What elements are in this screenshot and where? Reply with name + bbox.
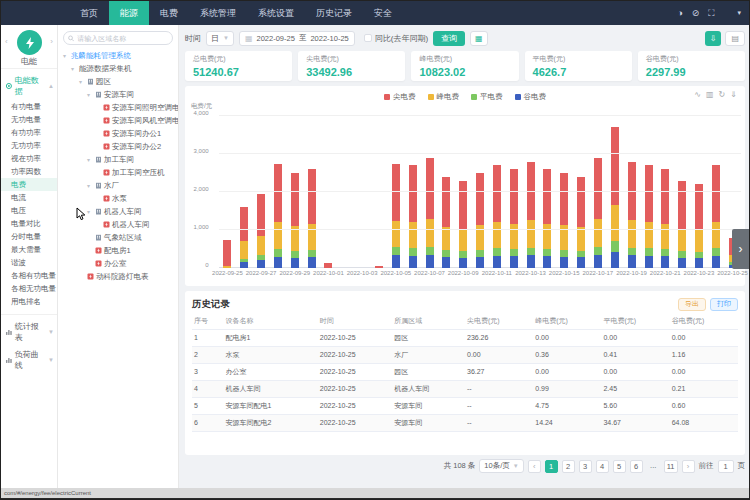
sidebar-item-8[interactable]: 电压 bbox=[1, 204, 57, 217]
region-search-input[interactable] bbox=[77, 35, 168, 42]
tree-node-10[interactable]: ▾水厂 bbox=[58, 179, 178, 192]
sidebar-item-15[interactable]: 用电排名 bbox=[1, 295, 57, 308]
sidebar-item-7[interactable]: 电流 bbox=[1, 191, 57, 204]
export-button[interactable]: 导出 bbox=[678, 298, 706, 311]
sidebar-item-4[interactable]: 视在功率 bbox=[1, 152, 57, 165]
bar-segment-谷电费 bbox=[442, 257, 450, 268]
legend-item-0[interactable]: 尖电费 bbox=[384, 92, 416, 102]
bar-segment-峰电费 bbox=[442, 227, 450, 250]
sidebar-item-5[interactable]: 功率因数 bbox=[1, 165, 57, 178]
compare-checkbox[interactable] bbox=[364, 34, 372, 42]
chart-legend: 尖电费峰电费平电费谷电费 bbox=[185, 92, 745, 102]
line-chart-icon[interactable]: ∿ bbox=[694, 90, 701, 99]
tree-node-0[interactable]: ▾兆麟能耗管理系统 bbox=[58, 49, 178, 62]
bar-segment-平电费 bbox=[510, 249, 518, 257]
page-button-4[interactable]: 4 bbox=[596, 460, 609, 473]
nav-tab-0[interactable]: 首页 bbox=[69, 1, 109, 25]
prev-page-button[interactable]: ‹ bbox=[528, 460, 541, 473]
bar-segment-平电费 bbox=[543, 249, 551, 257]
nav-tab-6[interactable]: 安全 bbox=[363, 1, 403, 25]
nav-tab-2[interactable]: 电费 bbox=[149, 1, 189, 25]
nav-tab-4[interactable]: 系统设置 bbox=[247, 1, 305, 25]
tree-node-7[interactable]: 安源车间办公2 bbox=[58, 140, 178, 153]
sidebar-item-0[interactable]: 有功电量 bbox=[1, 100, 57, 113]
stat-label: 谷电费(元) bbox=[646, 54, 737, 64]
tree-node-11[interactable]: 水泵 bbox=[58, 192, 178, 205]
sidebar-item-6[interactable]: 电费 bbox=[1, 178, 57, 191]
legend-item-3[interactable]: 谷电费 bbox=[515, 92, 547, 102]
sidebar-item-11[interactable]: 最大需量 bbox=[1, 243, 57, 256]
tree-node-8[interactable]: ▾加工车间 bbox=[58, 153, 178, 166]
query-button[interactable]: 查询 bbox=[433, 31, 465, 46]
nav-tab-5[interactable]: 历史记录 bbox=[305, 1, 363, 25]
sidebar-item-10[interactable]: 分时电量 bbox=[1, 230, 57, 243]
sidebar-footer-section-0[interactable]: 统计报表▼ bbox=[1, 318, 57, 346]
table-cell: 2022-10-25 bbox=[318, 363, 392, 380]
table-cell: 办公室 bbox=[223, 363, 317, 380]
page-button-1[interactable]: 1 bbox=[545, 460, 558, 473]
bar-segment-平电费 bbox=[712, 248, 720, 256]
bar-chart-icon[interactable]: ▥ bbox=[706, 90, 714, 99]
fullscreen-icon[interactable]: ⛶ bbox=[708, 8, 714, 19]
tree-node-17[interactable]: 动科院路灯电表 bbox=[58, 270, 178, 283]
next-panel-arrow[interactable]: › bbox=[732, 229, 749, 269]
tree-node-14[interactable]: 气象站区域 bbox=[58, 231, 178, 244]
table-cell: 1.16 bbox=[670, 346, 738, 363]
tree-node-13[interactable]: 机器人车间 bbox=[58, 218, 178, 231]
tree-node-3[interactable]: ▾安源车间 bbox=[58, 88, 178, 101]
tree-node-1[interactable]: ▾能源数据采集机 bbox=[58, 62, 178, 75]
page-size-select[interactable]: 10条/页 ▼ bbox=[479, 459, 523, 473]
theme-icon[interactable]: ◑ bbox=[677, 8, 682, 18]
sidebar-footer-section-1[interactable]: 负荷曲线▼ bbox=[1, 346, 57, 374]
date-range-picker[interactable]: ▦ 2022-09-25 至 2022-10-25 bbox=[239, 31, 355, 46]
chevron-right-icon[interactable]: › bbox=[50, 37, 53, 46]
tree-caret-icon: ▾ bbox=[87, 182, 93, 189]
refresh-icon[interactable]: ↻ bbox=[719, 90, 726, 99]
legend-item-2[interactable]: 平电费 bbox=[471, 92, 503, 102]
page-button-2[interactable]: 2 bbox=[562, 460, 575, 473]
sidebar-item-3[interactable]: 无功功率 bbox=[1, 139, 57, 152]
legend-item-1[interactable]: 峰电费 bbox=[428, 92, 460, 102]
compare-checkbox-group[interactable]: 同比(去年同期) bbox=[364, 33, 428, 44]
screenshot-icon[interactable]: ⊘ bbox=[692, 8, 700, 18]
nav-tab-1[interactable]: 能源 bbox=[109, 1, 149, 25]
bar-segment-尖电费 bbox=[240, 207, 248, 241]
download-icon[interactable]: ⇓ bbox=[730, 90, 737, 99]
bar-segment-谷电费 bbox=[527, 255, 535, 268]
sidebar-item-14[interactable]: 各相无功电量 bbox=[1, 282, 57, 295]
chevron-left-icon[interactable]: ‹ bbox=[5, 37, 8, 46]
tree-node-2[interactable]: ▾园区 bbox=[58, 75, 178, 88]
table-cell: 0.00 bbox=[601, 363, 669, 380]
tree-node-6[interactable]: 安源车间办公1 bbox=[58, 127, 178, 140]
sidebar-item-12[interactable]: 谐波 bbox=[1, 256, 57, 269]
nav-tab-3[interactable]: 系统管理 bbox=[189, 1, 247, 25]
tree-node-9[interactable]: 加工车间空压机 bbox=[58, 166, 178, 179]
sidebar-item-9[interactable]: 电量对比 bbox=[1, 217, 57, 230]
tree-node-15[interactable]: 配电房1 bbox=[58, 244, 178, 257]
page-button-3[interactable]: 3 bbox=[579, 460, 592, 473]
page-button-6[interactable]: 6 bbox=[630, 460, 643, 473]
tree-node-4[interactable]: 安源车间照明空调电表 bbox=[58, 101, 178, 114]
user-caret-icon[interactable]: ▾ bbox=[737, 9, 741, 17]
energy-module-icon[interactable] bbox=[17, 30, 42, 55]
page-button-5[interactable]: 5 bbox=[613, 460, 626, 473]
export-icon-button[interactable]: ⇩ bbox=[705, 31, 722, 46]
granularity-select[interactable]: 日 ▼ bbox=[206, 31, 234, 46]
goto-page-input[interactable] bbox=[718, 460, 734, 473]
bar-segment-谷电费 bbox=[476, 257, 484, 268]
page-button-11[interactable]: 11 bbox=[664, 460, 678, 473]
view-toggle-button[interactable]: ▦ bbox=[470, 31, 488, 46]
x-tick: 2022-10-23 bbox=[684, 270, 715, 276]
sidebar-item-2[interactable]: 有功功率 bbox=[1, 126, 57, 139]
tree-node-5[interactable]: 安源车间风机空调电表 bbox=[58, 114, 178, 127]
tree-caret-icon: ▾ bbox=[79, 78, 85, 85]
print-button[interactable]: 打印 bbox=[710, 298, 738, 311]
next-page-button[interactable]: › bbox=[682, 460, 695, 473]
x-tick: 2022-10-05 bbox=[380, 270, 411, 276]
sidebar-section-header[interactable]: 电能数据 ▲ bbox=[1, 69, 57, 100]
sidebar-item-13[interactable]: 各相有功电量 bbox=[1, 269, 57, 282]
more-icon-button[interactable]: ▤ bbox=[725, 31, 745, 46]
tree-node-12[interactable]: ▾机器人车间 bbox=[58, 205, 178, 218]
sidebar-item-1[interactable]: 无功电量 bbox=[1, 113, 57, 126]
tree-node-16[interactable]: 办公室 bbox=[58, 257, 178, 270]
